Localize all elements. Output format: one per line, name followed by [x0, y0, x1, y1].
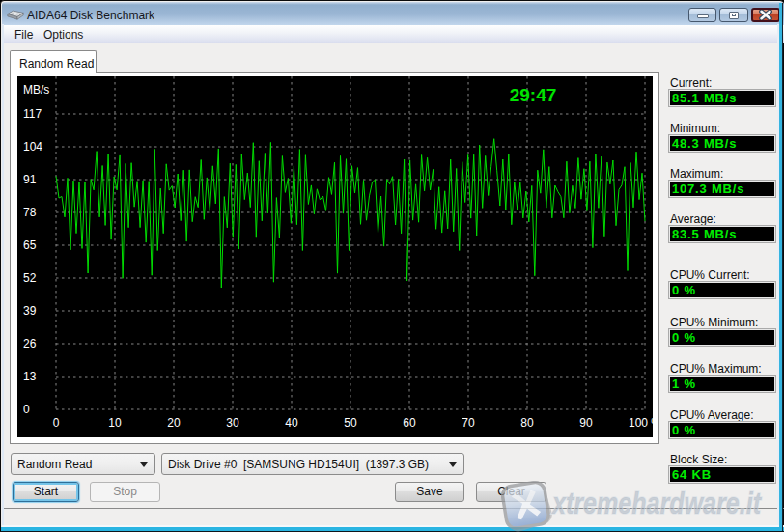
svg-text:40: 40 [285, 416, 298, 430]
svg-text:60: 60 [403, 416, 416, 430]
svg-text:20: 20 [167, 416, 181, 430]
svg-text:70: 70 [462, 416, 475, 430]
svg-text:100 %: 100 % [629, 416, 653, 430]
svg-text:90: 90 [579, 416, 593, 430]
svg-text:13: 13 [23, 370, 37, 383]
svg-text:xtremehardware.it: xtremehardware.it [550, 487, 762, 520]
svg-text:0: 0 [23, 403, 30, 416]
svg-text:MB/s: MB/s [23, 83, 49, 97]
svg-text:117: 117 [23, 107, 42, 121]
svg-text:80: 80 [520, 416, 534, 430]
svg-text:52: 52 [23, 271, 37, 285]
svg-text:10: 10 [108, 416, 122, 430]
svg-text:26: 26 [23, 337, 37, 350]
svg-text:0: 0 [53, 416, 60, 430]
svg-text:39: 39 [23, 304, 37, 318]
svg-text:65: 65 [23, 238, 37, 252]
svg-text:30: 30 [226, 416, 239, 430]
svg-text:78: 78 [23, 206, 37, 219]
svg-text:91: 91 [23, 173, 37, 186]
svg-text:50: 50 [344, 416, 357, 430]
svg-text:29:47: 29:47 [510, 85, 557, 105]
svg-text:104: 104 [23, 140, 42, 154]
